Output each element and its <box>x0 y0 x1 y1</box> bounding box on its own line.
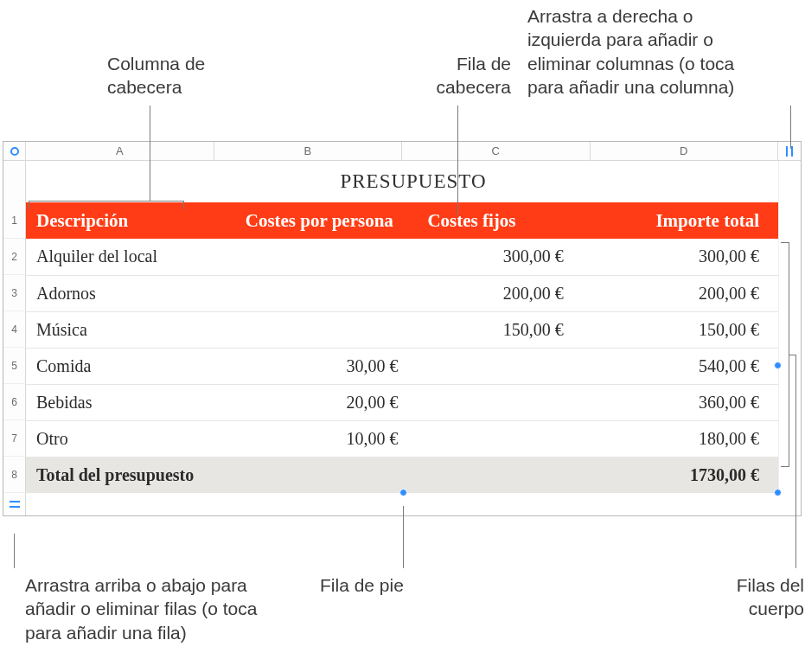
callout-add-rows: Arrastra arriba o abajo paraañadir o eli… <box>25 573 297 644</box>
table-row[interactable]: Adornos 200,00 € 200,00 € <box>26 275 778 311</box>
table-row[interactable]: Música 150,00 € 150,00 € <box>26 311 778 348</box>
footer-label[interactable]: Total del presupuesto <box>26 457 583 493</box>
add-row-handle[interactable] <box>3 493 26 515</box>
cell-desc[interactable]: Música <box>26 311 221 348</box>
row-header-1[interactable]: 1 <box>3 202 26 239</box>
row-number-bar: 1 2 3 4 5 6 7 8 <box>3 161 26 515</box>
cell-desc[interactable]: Bebidas <box>26 384 221 420</box>
cell-total[interactable]: 180,00 € <box>583 420 778 457</box>
row-header-4[interactable]: 4 <box>3 311 26 348</box>
cell-desc[interactable]: Otro <box>26 420 221 457</box>
callout-header-column: Columna decabecera <box>107 52 205 99</box>
cell-per-person[interactable]: 10,00 € <box>221 420 417 457</box>
cell-per-person[interactable]: 20,00 € <box>221 384 417 420</box>
drag-columns-icon <box>786 146 793 157</box>
column-letter-bar: A B C D <box>3 142 801 161</box>
cell-total[interactable]: 360,00 € <box>583 384 778 420</box>
ring-icon <box>10 147 19 156</box>
cell-fixed[interactable] <box>417 420 582 457</box>
row-header-2[interactable]: 2 <box>3 239 26 275</box>
column-header-a[interactable]: A <box>26 142 214 161</box>
drag-rows-icon <box>10 501 20 508</box>
table-title[interactable]: PRESUPUESTO <box>26 161 801 202</box>
row-header-3[interactable]: 3 <box>3 275 26 311</box>
row-header-7[interactable]: 7 <box>3 420 26 457</box>
bracket-body-rows <box>781 242 789 467</box>
body-rows: Alquiler del local 300,00 € 300,00 € Ado… <box>26 239 778 457</box>
table-row[interactable]: Comida 30,00 € 540,00 € <box>26 348 778 384</box>
row-header-5[interactable]: 5 <box>3 348 26 384</box>
callout-header-row: Fila decabecera <box>381 52 511 99</box>
column-header-c[interactable]: C <box>402 142 591 161</box>
cell-per-person[interactable]: 30,00 € <box>221 348 417 384</box>
cell-fixed[interactable]: 200,00 € <box>417 275 582 311</box>
cell-per-person[interactable] <box>221 275 417 311</box>
column-header-d[interactable]: D <box>591 142 779 161</box>
callout-body-rows: Filas delcuerpo <box>709 573 804 621</box>
table-row[interactable]: Alquiler del local 300,00 € 300,00 € <box>26 239 778 275</box>
table-select-handle[interactable] <box>3 142 26 161</box>
table-wrap: PRESUPUESTO Descripción Costes por perso… <box>26 161 801 515</box>
cell-fixed[interactable] <box>417 384 582 420</box>
row-gap-title <box>3 161 26 202</box>
leader-line <box>150 106 150 201</box>
column-header-b[interactable]: B <box>214 142 403 161</box>
leader-line <box>403 506 404 568</box>
cell-fixed[interactable]: 300,00 € <box>417 239 582 275</box>
header-total[interactable]: Importe total <box>583 202 778 239</box>
leader-line <box>795 355 796 568</box>
cell-fixed[interactable] <box>417 348 582 384</box>
cell-desc[interactable]: Alquiler del local <box>26 239 221 275</box>
add-column-handle[interactable] <box>778 142 801 161</box>
callout-footer-row: Fila de pie <box>320 573 404 597</box>
cell-total[interactable]: 300,00 € <box>583 239 778 275</box>
cell-per-person[interactable] <box>221 311 417 348</box>
cell-total[interactable]: 150,00 € <box>583 311 778 348</box>
callout-add-columns: Arrastra a derecha oizquierda para añadi… <box>527 4 795 99</box>
row-header-6[interactable]: 6 <box>3 384 26 420</box>
cell-per-person[interactable] <box>221 239 417 275</box>
row-header-8[interactable]: 8 <box>3 457 26 493</box>
table-row[interactable]: Otro 10,00 € 180,00 € <box>26 420 778 457</box>
selection-handle[interactable] <box>774 362 782 369</box>
selection-handle[interactable] <box>399 489 407 496</box>
cell-desc[interactable]: Comida <box>26 348 221 384</box>
header-fixed[interactable]: Costes fijos <box>417 202 582 239</box>
selection-handle[interactable] <box>774 489 782 496</box>
cell-fixed[interactable]: 150,00 € <box>417 311 582 348</box>
leader-line <box>457 106 458 215</box>
footer-total[interactable]: 1730,00 € <box>583 457 778 493</box>
footer-row[interactable]: Total del presupuesto 1730,00 € <box>26 457 778 493</box>
table-row[interactable]: Bebidas 20,00 € 360,00 € <box>26 384 778 420</box>
budget-table: Descripción Costes por persona Costes fi… <box>26 202 778 493</box>
cell-total[interactable]: 540,00 € <box>583 348 778 384</box>
header-per-person[interactable]: Costes por persona <box>221 202 417 239</box>
leader-line <box>790 106 791 149</box>
sheet-body: 1 2 3 4 5 6 7 8 PRESUPUESTO Descripción <box>3 161 801 515</box>
bracket-header-column <box>29 201 184 209</box>
cell-desc[interactable]: Adornos <box>26 275 221 311</box>
leader-line <box>14 534 15 568</box>
spreadsheet-frame: A B C D 1 2 3 4 5 6 7 8 PRESUPUESTO <box>3 141 802 516</box>
cell-total[interactable]: 200,00 € <box>583 275 778 311</box>
